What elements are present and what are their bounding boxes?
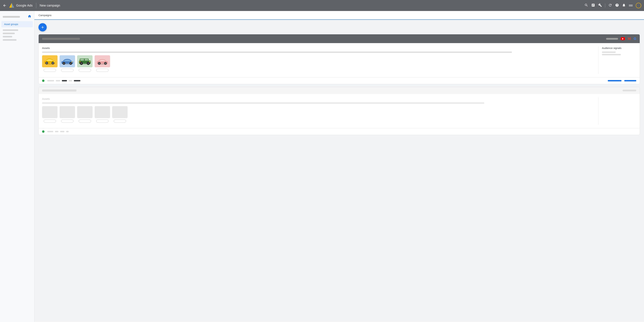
menu-line-2 [629,6,633,6]
car-thumb-gray-3[interactable] [77,106,92,118]
card-1-footer [39,78,640,84]
card-1-audience: Audience signals [602,46,636,74]
menu-icon[interactable] [629,5,633,6]
svg-point-5 [46,62,48,64]
card-1-assets-title: Assets [42,46,595,50]
car-image-1 [42,55,58,72]
car-thumb-gray-1[interactable] [42,106,58,118]
menu-line-1 [629,5,633,5]
card-1-header-pills [606,38,618,40]
car-image-3 [77,55,92,72]
footer-pills-row [47,80,605,82]
card-2-header-bar [42,90,76,92]
car-image-gray-2 [60,106,75,122]
svg-rect-8 [54,61,55,62]
footer-status-dot-1 [42,80,44,82]
card-2-assets-title: Assets [42,97,595,100]
svg-rect-16 [72,62,73,62]
asset-group-card-2: Assets [38,87,640,135]
sidebar-line-1 [3,29,18,31]
avatar[interactable] [636,3,641,8]
sidebar-line-3 [3,36,12,38]
car-thumb-4[interactable] [95,55,110,67]
topbar: Google Ads New campaign [0,0,644,11]
card-2-assets-bar [42,102,484,104]
bell-icon[interactable] [622,3,626,8]
svg-rect-26 [89,61,90,62]
home-icon[interactable] [28,14,32,19]
footer-pill-g1 [47,131,53,132]
car-thumb-2[interactable] [60,55,75,67]
footer-pill-2 [56,80,60,82]
car-label-2 [61,69,74,72]
car-thumb-1[interactable] [42,55,58,67]
svg-point-7 [52,62,54,64]
car-thumb-gray-2[interactable] [60,106,75,118]
topbar-icons [584,3,641,8]
content-body: + M G [34,20,644,322]
footer-link-2[interactable] [624,80,636,82]
car-label-gray-1 [44,120,56,122]
svg-marker-1 [12,3,14,8]
sidebar-top-row [0,13,34,20]
svg-rect-20 [80,59,84,60]
car-image-gray-4 [95,106,110,122]
footer-pill-1 [47,80,54,82]
sidebar-line-2 [3,33,15,34]
car-thumb-gray-5[interactable] [112,106,128,118]
svg-point-31 [98,63,100,64]
sidebar-item-asset-groups[interactable]: Asset groups [1,21,33,27]
car-image-4 [95,55,110,72]
footer-link-1[interactable] [608,80,622,82]
topbar-icons-divider [605,4,605,8]
card-2-footer [39,128,640,135]
svg-point-25 [88,62,89,64]
chart-icon[interactable] [591,3,595,8]
sidebar-line-4 [3,39,16,41]
card-2-header [39,87,640,94]
footer-links [608,80,636,82]
svg-point-23 [80,62,82,64]
card-2-audience [602,97,636,125]
footer-pill-g3 [60,131,64,132]
gmail-icon[interactable]: M [628,37,631,41]
search-icon[interactable] [584,3,588,8]
car-label-gray-4 [96,120,108,122]
google-g-icon[interactable]: G [634,37,636,41]
help-icon[interactable] [615,3,619,8]
car-image-2 [60,55,75,72]
card-1-audience-title: Audience signals [602,46,636,50]
add-asset-group-button[interactable]: + [38,23,47,32]
wrench-icon[interactable] [598,3,602,8]
brand-name: Google Ads [16,4,33,8]
svg-rect-9 [45,61,46,62]
car-thumb-3[interactable] [77,55,92,67]
card-1-header: M G [39,34,640,43]
footer-pill-5 [74,80,80,82]
footer-pill-3 [62,80,67,82]
footer-pills-row-2 [47,131,636,132]
car-image-gray-1 [42,106,58,122]
sidebar-top-line [3,16,20,18]
youtube-icon[interactable] [621,37,625,40]
svg-point-33 [105,63,106,64]
back-button[interactable] [3,4,6,8]
card-1-assets: Assets [42,46,595,74]
car-images-row [42,55,595,72]
audience-bar-2 [602,54,621,55]
footer-status-dot-2 [42,130,44,133]
car-image-gray-3 [77,106,92,122]
card-1-body: Assets [39,43,640,78]
svg-rect-27 [79,61,80,62]
card-2-pill [622,90,636,91]
car-label-1 [44,69,56,72]
footer-pill-g2 [55,131,58,132]
car-label-4 [96,69,108,72]
content-area: Campaigns + M G [34,11,644,322]
topbar-divider [36,3,36,8]
car-thumb-gray-4[interactable] [95,106,110,118]
footer-pill-4 [69,80,72,82]
main-layout: Asset groups Campaigns + [0,11,644,322]
car-label-gray-5 [114,120,126,122]
refresh-icon[interactable] [608,3,612,8]
